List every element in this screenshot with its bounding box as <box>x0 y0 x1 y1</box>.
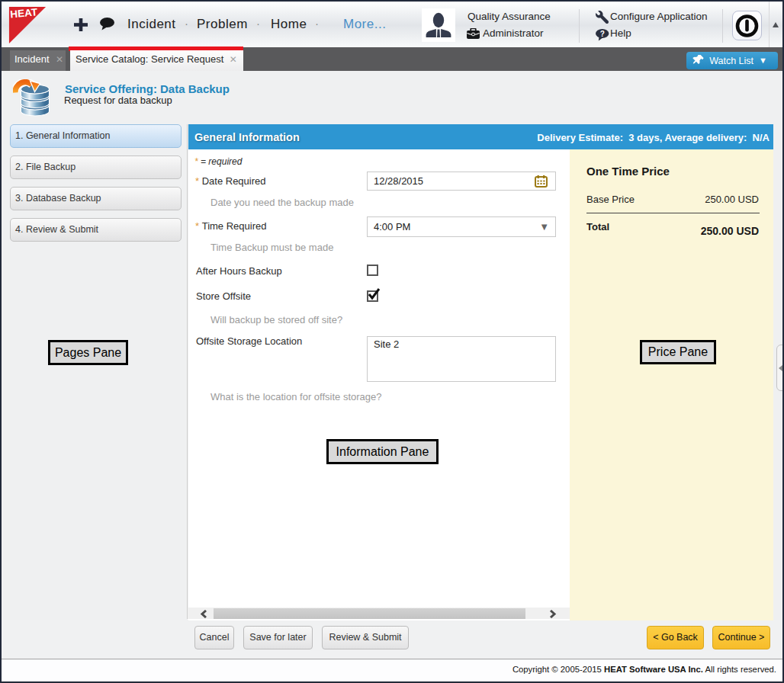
svg-text:HEAT: HEAT <box>10 6 39 20</box>
svg-text:?: ? <box>600 30 605 38</box>
